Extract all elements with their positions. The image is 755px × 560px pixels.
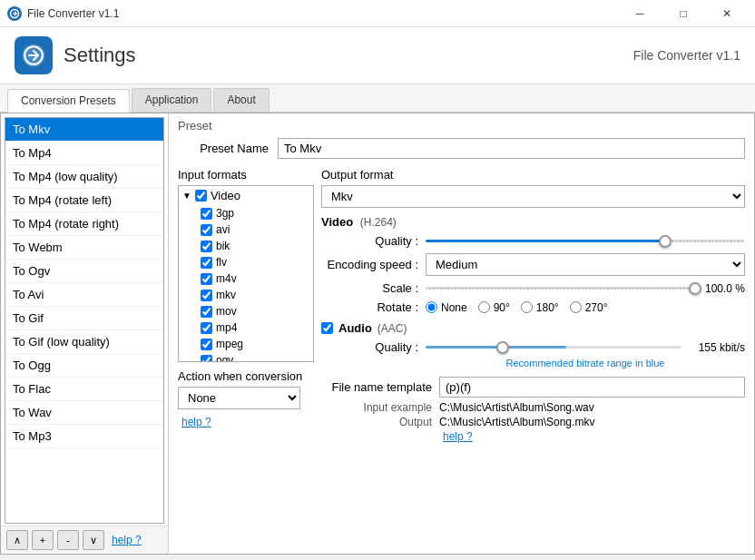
scale-label: Scale :: [321, 281, 426, 295]
template-input[interactable]: [439, 377, 745, 398]
input-formats-column: Input formats ▼ Video 3gp avi: [178, 168, 314, 443]
rotate-none-item[interactable]: None: [426, 301, 467, 314]
tabs-bar: Conversion Presets Application About: [0, 84, 755, 113]
template-section: File name template Input example C:\Musi…: [321, 377, 745, 443]
template-row: File name template: [321, 377, 745, 398]
scale-value: 100.0 %: [695, 282, 745, 295]
tab-about[interactable]: About: [213, 88, 269, 112]
scale-slider-track: [426, 287, 695, 290]
format-checkbox-3gp[interactable]: [201, 208, 212, 220]
encoding-speed-select[interactable]: Medium Fast Slow: [426, 253, 745, 276]
audio-quality-slider-container: [426, 340, 681, 354]
rotate-90-item[interactable]: 90°: [478, 301, 510, 314]
preset-item-ogg[interactable]: To Ogg: [5, 354, 163, 378]
remove-preset-button[interactable]: -: [57, 530, 79, 550]
rotate-180-radio[interactable]: [521, 301, 533, 313]
title-bar-text: File Converter v1.1: [27, 7, 119, 20]
format-checkbox-avi[interactable]: [201, 224, 212, 236]
input-example-row: Input example C:\Music\Artist\Album\Song…: [321, 401, 745, 414]
rotate-180-item[interactable]: 180°: [521, 301, 559, 314]
action-select[interactable]: None Open Open folder: [178, 387, 300, 409]
audio-quality-label: Quality :: [321, 340, 426, 354]
move-down-button[interactable]: ∨: [83, 530, 104, 550]
preset-item-mp3[interactable]: To Mp3: [5, 425, 163, 448]
action-label: Action when conversion: [178, 369, 314, 383]
preset-item-flac[interactable]: To Flac: [5, 378, 163, 401]
format-label-3gp: 3gp: [216, 207, 234, 220]
close-button[interactable]: ✕: [706, 0, 748, 27]
formats-help-link[interactable]: help ?: [181, 416, 211, 428]
preset-item-wav[interactable]: To Wav: [5, 401, 163, 425]
preset-item-mp4-low[interactable]: To Mp4 (low quality): [5, 165, 163, 189]
video-checkbox-all[interactable]: [195, 190, 207, 201]
format-checkbox-mp4[interactable]: [201, 322, 212, 334]
input-example-label: Input example: [321, 401, 439, 414]
quality-row: Quality :: [321, 234, 745, 248]
output-format-label: Output format: [321, 168, 745, 182]
preset-item-avi[interactable]: To Avi: [5, 283, 163, 307]
format-item-m4v: m4v: [179, 270, 313, 287]
scale-slider-thumb[interactable]: [689, 282, 701, 295]
audio-quality-value: 155 kbit/s: [681, 341, 745, 354]
video-header-row: Video (H.264): [321, 215, 745, 229]
rotate-none-radio[interactable]: [426, 301, 437, 313]
left-panel: To Mkv To Mp4 To Mp4 (low quality) To Mp…: [1, 113, 169, 554]
rotate-270-radio[interactable]: [570, 301, 582, 313]
preset-item-gif-low[interactable]: To Gif (low quality): [5, 330, 163, 354]
format-checkbox-ogv[interactable]: [201, 355, 212, 363]
format-item-mp4: mp4: [179, 319, 313, 336]
rotate-270-item[interactable]: 270°: [570, 301, 608, 314]
audio-enabled-checkbox[interactable]: [321, 322, 333, 334]
preset-name-input[interactable]: [278, 138, 745, 159]
audio-quality-row: Quality : 155 kbit/s: [321, 340, 745, 354]
left-help-link[interactable]: help ?: [112, 534, 142, 546]
move-up-button[interactable]: ∧: [6, 530, 28, 550]
output-example-row: Output C:\Music\Artist\Album\Song.mkv: [321, 416, 745, 428]
format-checkbox-mov[interactable]: [201, 306, 212, 318]
format-checkbox-mkv[interactable]: [201, 290, 212, 301]
output-settings-column: Output format Mkv Mp4 Avi Video (H.264): [321, 168, 745, 443]
rotate-row: Rotate : None 90° 180°: [321, 300, 745, 314]
format-label-m4v: m4v: [216, 272, 237, 285]
preset-item-gif[interactable]: To Gif: [5, 307, 163, 330]
format-checkbox-m4v[interactable]: [201, 273, 212, 285]
video-tree-header[interactable]: ▼ Video: [179, 186, 313, 205]
audio-slider-thumb[interactable]: [496, 341, 509, 354]
tab-application[interactable]: Application: [132, 88, 212, 112]
preset-name-label: Preset Name: [178, 142, 278, 155]
format-label-mkv: mkv: [216, 289, 236, 301]
preset-item-mp4[interactable]: To Mp4: [5, 142, 163, 165]
format-checkbox-flv[interactable]: [201, 257, 212, 269]
format-checkbox-mpeg[interactable]: [201, 339, 212, 350]
right-panel: Preset Preset Name Input formats ▼ Video: [169, 113, 754, 554]
app-logo: [15, 36, 53, 74]
preset-list: To Mkv To Mp4 To Mp4 (low quality) To Mp…: [5, 118, 163, 523]
tab-conversion-presets[interactable]: Conversion Presets: [7, 89, 130, 113]
encoding-speed-row: Encoding speed : Medium Fast Slow: [321, 253, 745, 276]
input-example-value: C:\Music\Artist\Album\Song.wav: [439, 401, 594, 414]
quality-slider-track: [426, 240, 745, 242]
format-item-flv: flv: [179, 254, 313, 270]
maximize-button[interactable]: □: [662, 0, 704, 27]
preset-item-mp4-right[interactable]: To Mp4 (rotate right): [5, 212, 163, 236]
preset-item-mkv[interactable]: To Mkv: [5, 118, 163, 142]
audio-track: [426, 346, 681, 349]
minimize-button[interactable]: ─: [619, 0, 661, 27]
title-bar: File Converter v1.1 ─ □ ✕: [0, 0, 755, 27]
format-item-3gp: 3gp: [179, 205, 313, 221]
preset-item-mp4-left[interactable]: To Mp4 (rotate left): [5, 189, 163, 212]
output-format-select[interactable]: Mkv Mp4 Avi: [321, 185, 745, 208]
add-preset-button[interactable]: +: [32, 530, 54, 550]
format-item-mkv: mkv: [179, 287, 313, 303]
format-label-mp4: mp4: [216, 321, 237, 334]
preset-item-webm[interactable]: To Webm: [5, 236, 163, 260]
app-header-left: Settings: [15, 36, 136, 74]
rotate-90-radio[interactable]: [478, 301, 490, 313]
format-checkbox-bik[interactable]: [201, 241, 212, 252]
preset-item-ogv[interactable]: To Ogv: [5, 260, 163, 283]
template-help-link[interactable]: help ?: [443, 430, 473, 443]
output-format-section: Output format Mkv Mp4 Avi: [321, 168, 745, 208]
title-bar-controls: ─ □ ✕: [619, 0, 748, 27]
quality-slider-thumb[interactable]: [659, 235, 672, 248]
rotate-270-label: 270°: [585, 301, 608, 314]
